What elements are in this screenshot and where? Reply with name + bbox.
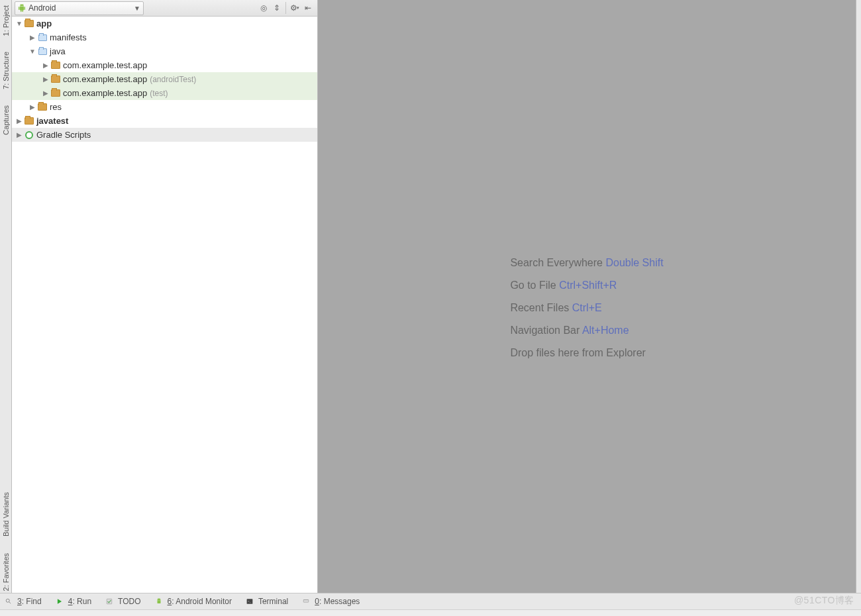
- svg-rect-2: [107, 599, 112, 604]
- tree-item-label: com.example.test.app: [63, 88, 147, 98]
- package-folder-icon: [50, 74, 61, 85]
- chevron-right-icon[interactable]: ▶: [41, 75, 50, 84]
- tree-item-note: (test): [150, 89, 168, 98]
- toolwindow-todo[interactable]: TODO: [106, 597, 140, 606]
- project-panel-header: Android ▼ ◎ ⇕ ⚙▾ ⇤: [12, 0, 317, 17]
- tree-item[interactable]: ▶javatest: [12, 114, 317, 128]
- toolwindow-terminal[interactable]: >_ Terminal: [246, 597, 288, 606]
- toolwindow-messages[interactable]: 0: Messages: [303, 597, 360, 606]
- toolwindow-tab-favorites[interactable]: 2: Favorites: [1, 549, 11, 595]
- tree-item-label: app: [36, 19, 52, 28]
- toolwindow-tab-captures[interactable]: Captures: [1, 101, 11, 139]
- status-bar: [0, 609, 861, 616]
- tree-item[interactable]: ▼java: [12, 44, 317, 58]
- tree-item-label: java: [50, 46, 66, 56]
- tree-item-label: com.example.test.app: [63, 60, 147, 70]
- tree-item-label: com.example.test.app: [63, 74, 147, 84]
- tree-item[interactable]: ▶com.example.test.app(test): [12, 86, 317, 100]
- terminal-icon: >_: [246, 597, 256, 606]
- tree-item[interactable]: ▼app: [12, 17, 317, 30]
- chevron-right-icon[interactable]: ▶: [15, 117, 24, 126]
- tree-item-note: (androidTest): [150, 75, 196, 84]
- chevron-down-icon[interactable]: ▼: [15, 19, 24, 28]
- project-view-selector[interactable]: Android ▼: [15, 1, 144, 15]
- tip-recent-files: Recent Files Ctrl+E: [510, 302, 663, 314]
- tree-item-label: manifests: [50, 32, 87, 42]
- folder-blue-icon: [37, 32, 48, 43]
- package-folder-icon: [50, 88, 61, 99]
- tip-nav-bar: Navigation Bar Alt+Home: [510, 325, 663, 336]
- package-folder-icon: [50, 60, 61, 71]
- panel-hide-icon[interactable]: ⇤: [301, 1, 315, 15]
- android-icon: [156, 597, 165, 606]
- search-icon: [5, 597, 15, 606]
- toolwindow-run[interactable]: 4: Run: [56, 597, 91, 606]
- module-folder-icon: [24, 19, 34, 29]
- tree-item-label: javatest: [36, 116, 68, 126]
- messages-icon: [303, 597, 312, 606]
- tree-item-label: Gradle Scripts: [36, 130, 91, 140]
- svg-rect-5: [304, 600, 309, 603]
- chevron-right-icon[interactable]: ▶: [28, 103, 37, 112]
- svg-point-0: [6, 599, 9, 602]
- tip-drop-files: Drop files here from Explorer: [510, 347, 663, 359]
- package-folder-icon: [37, 102, 48, 113]
- project-panel: Android ▼ ◎ ⇕ ⚙▾ ⇤ ▼app▶manifests▼java▶c…: [12, 0, 318, 616]
- svg-text:>_: >_: [248, 599, 252, 603]
- chevron-right-icon[interactable]: ▶: [28, 33, 37, 42]
- svg-line-1: [9, 602, 11, 604]
- tree-item[interactable]: ▶com.example.test.app: [12, 58, 317, 72]
- right-toolwindow-bar: [856, 0, 861, 616]
- tree-item[interactable]: ▶Gradle Scripts: [12, 128, 317, 142]
- tree-item[interactable]: ▶manifests: [12, 30, 317, 44]
- toolwindow-tab-project[interactable]: 1: Project: [1, 1, 11, 40]
- project-tree[interactable]: ▼app▶manifests▼java▶com.example.test.app…: [12, 17, 317, 616]
- editor-empty-state[interactable]: Search Everywhere Double Shift Go to Fil…: [318, 0, 856, 616]
- panel-collapse-icon[interactable]: ⇕: [270, 1, 283, 15]
- run-icon: [56, 597, 66, 606]
- tree-item[interactable]: ▶com.example.test.app(androidTest): [12, 72, 317, 86]
- folder-blue-icon: [37, 46, 48, 57]
- chevron-down-icon[interactable]: ▼: [28, 47, 37, 56]
- project-view-label: Android: [28, 3, 56, 13]
- toolwindow-android-monitor[interactable]: 6: Android Monitor: [156, 597, 232, 606]
- panel-target-icon[interactable]: ◎: [257, 1, 270, 15]
- todo-icon: [106, 597, 115, 606]
- toolwindow-find[interactable]: 3: Find: [5, 597, 42, 606]
- gradle-icon: [24, 130, 34, 140]
- tree-item-label: res: [50, 102, 62, 112]
- panel-settings-icon[interactable]: ⚙▾: [288, 1, 301, 15]
- bottom-toolwindow-bar: 3: Find 4: Run TODO 6: Android Monitor >…: [0, 593, 861, 609]
- chevron-right-icon[interactable]: ▶: [15, 130, 24, 140]
- toolwindow-tab-build-variants[interactable]: Build Variants: [1, 488, 11, 540]
- chevron-right-icon[interactable]: ▶: [41, 61, 50, 70]
- left-toolwindow-bar: 1: Project 7: Structure Captures Build V…: [0, 0, 12, 616]
- toolwindow-tab-structure[interactable]: 7: Structure: [1, 48, 11, 93]
- editor-tips: Search Everywhere Double Shift Go to Fil…: [510, 246, 663, 370]
- tip-go-to-file: Go to File Ctrl+Shift+R: [510, 280, 663, 291]
- tree-item[interactable]: ▶res: [12, 100, 317, 114]
- tip-search-everywhere: Search Everywhere Double Shift: [510, 257, 663, 269]
- dropdown-arrow-icon: ▼: [134, 5, 140, 12]
- module-folder-icon: [24, 116, 34, 127]
- android-icon: [18, 4, 26, 12]
- chevron-right-icon[interactable]: ▶: [41, 89, 50, 98]
